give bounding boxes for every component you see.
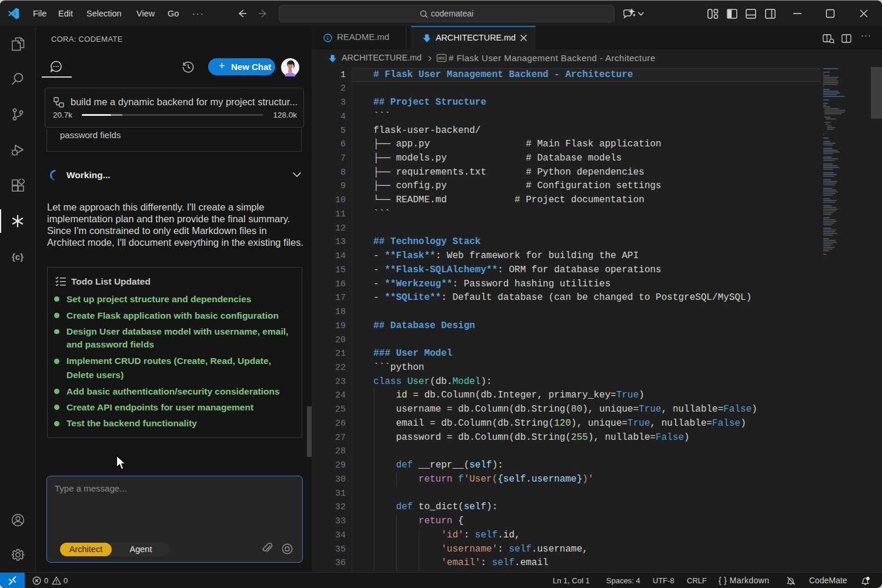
svg-text:abc: abc	[438, 55, 445, 61]
